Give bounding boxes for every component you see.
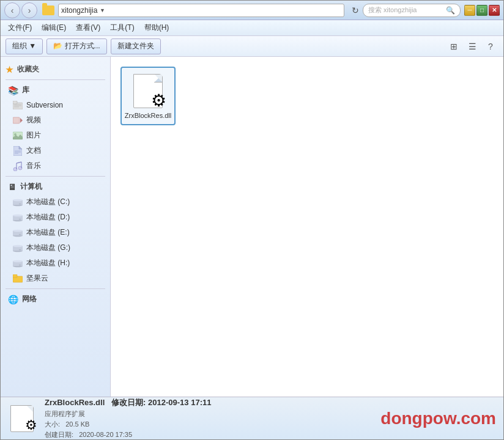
jianguoyun-label: 坚果云 <box>26 273 48 284</box>
status-bar: ⚙ ZrxBlockRes.dll 修改日期: 2012-09-13 17:11… <box>1 397 503 439</box>
sidebar-item-disk-g[interactable]: 本地磁盘 (G:) <box>1 240 110 255</box>
disk-e-label: 本地磁盘 (E:) <box>26 227 70 238</box>
svg-rect-37 <box>13 274 17 277</box>
sidebar-item-video[interactable]: 视频 <box>1 112 110 128</box>
close-button[interactable]: ✕ <box>489 5 500 16</box>
disk-d-icon <box>13 213 23 222</box>
sidebar-item-doc[interactable]: 文档 <box>1 143 110 158</box>
subversion-label: Subversion <box>26 101 63 109</box>
status-size: 大小: 20.5 KB <box>45 420 211 429</box>
svg-point-31 <box>19 249 21 250</box>
file-name: ZrxBlockRes.dll <box>125 112 171 119</box>
image-label: 图片 <box>26 130 41 141</box>
menu-help[interactable]: 帮助(H) <box>139 21 174 35</box>
computer-label: 计算机 <box>20 182 42 192</box>
address-bar[interactable]: xitongzhijia ▼ <box>58 4 344 17</box>
search-icon: 🔍 <box>446 6 455 15</box>
svg-point-27 <box>19 233 21 235</box>
refresh-button[interactable]: ↻ <box>348 4 363 17</box>
divider-3 <box>6 288 105 289</box>
window-controls: ─ □ ✕ <box>464 5 500 16</box>
disk-g-label: 本地磁盘 (G:) <box>26 243 70 253</box>
network-label: 网络 <box>22 294 37 304</box>
gear-icon: ⚙ <box>151 92 166 109</box>
back-button[interactable]: ‹ <box>4 2 20 18</box>
doc-label: 文档 <box>26 145 41 156</box>
svg-point-26 <box>13 229 23 232</box>
menu-tools[interactable]: 工具(T) <box>105 21 139 35</box>
disk-c-label: 本地磁盘 (C:) <box>26 197 70 207</box>
status-filename: ZrxBlockRes.dll 修改日期: 2012-09-13 17:11 <box>45 397 211 408</box>
menu-view[interactable]: 查看(V) <box>71 21 105 35</box>
watermark: dongpow.com <box>380 409 496 428</box>
menu-file[interactable]: 文件(F) <box>3 21 37 35</box>
sidebar-item-jianguoyun[interactable]: 坚果云 <box>1 271 110 286</box>
menu-edit[interactable]: 编辑(E) <box>37 21 71 35</box>
file-item-zrxblockres[interactable]: ⚙ ZrxBlockRes.dll <box>120 67 176 125</box>
network-section: 🌐 网络 <box>1 292 110 307</box>
image-icon <box>13 131 23 141</box>
sidebar-item-disk-h[interactable]: 本地磁盘 (H:) <box>1 255 110 271</box>
window: ‹ › xitongzhijia ▼ ↻ 搜索 xitongzhijia 🔍 ─… <box>0 0 504 440</box>
svg-point-19 <box>19 203 21 204</box>
sidebar-item-music[interactable]: 音乐 <box>1 158 110 174</box>
svg-point-30 <box>13 244 23 247</box>
music-label: 音乐 <box>26 161 41 171</box>
new-folder-button[interactable]: 新建文件夹 <box>111 38 161 54</box>
address-text: xitongzhijia <box>61 6 97 15</box>
favorites-header: ★ 收藏夹 <box>1 62 110 77</box>
status-created: 创建日期: 2020-08-20 17:35 <box>45 430 211 439</box>
svg-rect-5 <box>13 117 20 123</box>
address-dropdown[interactable]: ▼ <box>97 4 107 16</box>
favorites-label: 收藏夹 <box>17 64 39 75</box>
maximize-button[interactable]: □ <box>476 5 487 16</box>
organize-button[interactable]: 组织 ▼ <box>6 38 43 54</box>
status-file-icon: ⚙ <box>8 404 37 433</box>
search-bar[interactable]: 搜索 xitongzhijia 🔍 <box>363 4 461 17</box>
disk-g-icon <box>13 243 23 253</box>
folder-icon <box>42 6 54 15</box>
sidebar-item-disk-d[interactable]: 本地磁盘 (D:) <box>1 210 110 225</box>
menu-bar: 文件(F) 编辑(E) 查看(V) 工具(T) 帮助(H) <box>1 20 503 36</box>
divider-2 <box>6 176 105 177</box>
svg-marker-6 <box>20 118 23 123</box>
sidebar-item-disk-e[interactable]: 本地磁盘 (E:) <box>1 225 110 240</box>
disk-e-icon <box>13 228 23 238</box>
sidebar-item-image[interactable]: 图片 <box>1 128 110 143</box>
computer-header: 🖥 计算机 <box>1 179 110 194</box>
library-icon: 📚 <box>8 86 18 95</box>
disk-d-label: 本地磁盘 (D:) <box>26 212 70 222</box>
file-area: ⚙ ZrxBlockRes.dll <box>111 57 503 397</box>
view-toggle-button[interactable]: ⊞ <box>446 38 462 54</box>
jianguoyun-icon <box>13 274 23 284</box>
svg-point-23 <box>19 218 21 219</box>
computer-icon: 🖥 <box>8 182 17 192</box>
status-gear-icon: ⚙ <box>25 417 37 433</box>
disk-c-icon <box>13 197 23 207</box>
video-label: 视频 <box>26 115 41 125</box>
view-details-button[interactable]: ☰ <box>464 38 480 54</box>
computer-section: 🖥 计算机 本地磁盘 (C:) <box>1 179 110 286</box>
minimize-button[interactable]: ─ <box>464 5 475 16</box>
title-bar: ‹ › xitongzhijia ▼ ↻ 搜索 xitongzhijia 🔍 ─… <box>1 1 503 20</box>
network-header: 🌐 网络 <box>1 292 110 307</box>
library-section: 📚 库 Subversion <box>1 82 110 174</box>
disk-h-icon <box>13 258 23 268</box>
svg-rect-1 <box>13 101 17 104</box>
forward-button[interactable]: › <box>21 2 37 18</box>
star-icon: ★ <box>6 65 13 75</box>
sidebar-item-subversion[interactable]: Subversion <box>1 98 110 112</box>
sidebar: ★ 收藏夹 📚 库 <box>1 57 111 397</box>
doc-icon <box>13 146 23 156</box>
open-button[interactable]: 📂 打开方式... <box>46 38 106 54</box>
svg-point-18 <box>13 199 23 201</box>
sidebar-item-disk-c[interactable]: 本地磁盘 (C:) <box>1 194 110 210</box>
search-placeholder: 搜索 xitongzhijia <box>368 6 417 15</box>
toolbar: 组织 ▼ 📂 打开方式... 新建文件夹 ⊞ ☰ ? <box>1 36 503 57</box>
network-icon: 🌐 <box>8 295 18 304</box>
dll-file-icon: ⚙ <box>130 73 166 109</box>
divider-1 <box>6 79 105 80</box>
favorites-section: ★ 收藏夹 <box>1 62 110 77</box>
toolbar-right: ⊞ ☰ ? <box>446 38 498 54</box>
help-button[interactable]: ? <box>483 38 498 54</box>
